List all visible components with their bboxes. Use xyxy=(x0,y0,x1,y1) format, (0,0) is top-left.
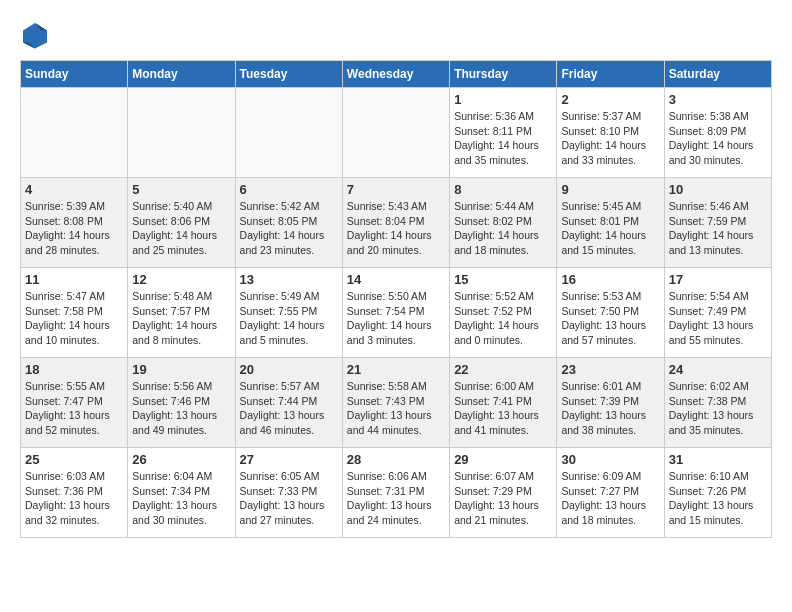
day-number: 30 xyxy=(561,452,659,467)
calendar-cell: 21Sunrise: 5:58 AM Sunset: 7:43 PM Dayli… xyxy=(342,358,449,448)
day-number: 7 xyxy=(347,182,445,197)
day-info: Sunrise: 5:39 AM Sunset: 8:08 PM Dayligh… xyxy=(25,199,123,258)
calendar-week-row: 25Sunrise: 6:03 AM Sunset: 7:36 PM Dayli… xyxy=(21,448,772,538)
page-header xyxy=(20,20,772,50)
day-number: 17 xyxy=(669,272,767,287)
calendar-cell: 31Sunrise: 6:10 AM Sunset: 7:26 PM Dayli… xyxy=(664,448,771,538)
day-number: 26 xyxy=(132,452,230,467)
calendar-week-row: 1Sunrise: 5:36 AM Sunset: 8:11 PM Daylig… xyxy=(21,88,772,178)
day-number: 28 xyxy=(347,452,445,467)
day-info: Sunrise: 6:10 AM Sunset: 7:26 PM Dayligh… xyxy=(669,469,767,528)
calendar-cell: 10Sunrise: 5:46 AM Sunset: 7:59 PM Dayli… xyxy=(664,178,771,268)
calendar-cell: 30Sunrise: 6:09 AM Sunset: 7:27 PM Dayli… xyxy=(557,448,664,538)
day-info: Sunrise: 6:06 AM Sunset: 7:31 PM Dayligh… xyxy=(347,469,445,528)
calendar-cell: 27Sunrise: 6:05 AM Sunset: 7:33 PM Dayli… xyxy=(235,448,342,538)
day-number: 9 xyxy=(561,182,659,197)
day-info: Sunrise: 5:38 AM Sunset: 8:09 PM Dayligh… xyxy=(669,109,767,168)
svg-marker-0 xyxy=(23,23,47,49)
calendar-cell: 8Sunrise: 5:44 AM Sunset: 8:02 PM Daylig… xyxy=(450,178,557,268)
calendar-cell xyxy=(21,88,128,178)
weekday-header-saturday: Saturday xyxy=(664,61,771,88)
day-info: Sunrise: 5:49 AM Sunset: 7:55 PM Dayligh… xyxy=(240,289,338,348)
calendar-cell: 3Sunrise: 5:38 AM Sunset: 8:09 PM Daylig… xyxy=(664,88,771,178)
calendar-week-row: 18Sunrise: 5:55 AM Sunset: 7:47 PM Dayli… xyxy=(21,358,772,448)
day-info: Sunrise: 5:53 AM Sunset: 7:50 PM Dayligh… xyxy=(561,289,659,348)
calendar-week-row: 11Sunrise: 5:47 AM Sunset: 7:58 PM Dayli… xyxy=(21,268,772,358)
calendar-cell: 23Sunrise: 6:01 AM Sunset: 7:39 PM Dayli… xyxy=(557,358,664,448)
calendar-cell: 13Sunrise: 5:49 AM Sunset: 7:55 PM Dayli… xyxy=(235,268,342,358)
day-info: Sunrise: 5:45 AM Sunset: 8:01 PM Dayligh… xyxy=(561,199,659,258)
day-number: 11 xyxy=(25,272,123,287)
day-info: Sunrise: 5:58 AM Sunset: 7:43 PM Dayligh… xyxy=(347,379,445,438)
day-number: 16 xyxy=(561,272,659,287)
calendar-cell: 25Sunrise: 6:03 AM Sunset: 7:36 PM Dayli… xyxy=(21,448,128,538)
day-number: 22 xyxy=(454,362,552,377)
day-info: Sunrise: 5:40 AM Sunset: 8:06 PM Dayligh… xyxy=(132,199,230,258)
day-number: 14 xyxy=(347,272,445,287)
weekday-header-monday: Monday xyxy=(128,61,235,88)
day-number: 20 xyxy=(240,362,338,377)
calendar-cell: 9Sunrise: 5:45 AM Sunset: 8:01 PM Daylig… xyxy=(557,178,664,268)
day-number: 19 xyxy=(132,362,230,377)
day-info: Sunrise: 5:54 AM Sunset: 7:49 PM Dayligh… xyxy=(669,289,767,348)
calendar-cell: 15Sunrise: 5:52 AM Sunset: 7:52 PM Dayli… xyxy=(450,268,557,358)
day-number: 1 xyxy=(454,92,552,107)
day-number: 24 xyxy=(669,362,767,377)
calendar-cell xyxy=(128,88,235,178)
day-info: Sunrise: 5:47 AM Sunset: 7:58 PM Dayligh… xyxy=(25,289,123,348)
calendar-cell: 18Sunrise: 5:55 AM Sunset: 7:47 PM Dayli… xyxy=(21,358,128,448)
day-info: Sunrise: 5:37 AM Sunset: 8:10 PM Dayligh… xyxy=(561,109,659,168)
calendar-cell: 19Sunrise: 5:56 AM Sunset: 7:46 PM Dayli… xyxy=(128,358,235,448)
day-number: 8 xyxy=(454,182,552,197)
weekday-header-tuesday: Tuesday xyxy=(235,61,342,88)
weekday-header-thursday: Thursday xyxy=(450,61,557,88)
day-number: 31 xyxy=(669,452,767,467)
day-info: Sunrise: 5:55 AM Sunset: 7:47 PM Dayligh… xyxy=(25,379,123,438)
day-number: 10 xyxy=(669,182,767,197)
logo-icon xyxy=(20,20,50,50)
day-number: 18 xyxy=(25,362,123,377)
calendar-cell: 4Sunrise: 5:39 AM Sunset: 8:08 PM Daylig… xyxy=(21,178,128,268)
day-info: Sunrise: 5:44 AM Sunset: 8:02 PM Dayligh… xyxy=(454,199,552,258)
calendar-cell: 29Sunrise: 6:07 AM Sunset: 7:29 PM Dayli… xyxy=(450,448,557,538)
calendar-cell xyxy=(235,88,342,178)
calendar-cell: 16Sunrise: 5:53 AM Sunset: 7:50 PM Dayli… xyxy=(557,268,664,358)
weekday-header-sunday: Sunday xyxy=(21,61,128,88)
calendar-cell: 26Sunrise: 6:04 AM Sunset: 7:34 PM Dayli… xyxy=(128,448,235,538)
day-info: Sunrise: 6:04 AM Sunset: 7:34 PM Dayligh… xyxy=(132,469,230,528)
day-info: Sunrise: 6:02 AM Sunset: 7:38 PM Dayligh… xyxy=(669,379,767,438)
day-info: Sunrise: 6:00 AM Sunset: 7:41 PM Dayligh… xyxy=(454,379,552,438)
day-info: Sunrise: 5:57 AM Sunset: 7:44 PM Dayligh… xyxy=(240,379,338,438)
day-number: 13 xyxy=(240,272,338,287)
day-number: 2 xyxy=(561,92,659,107)
logo xyxy=(20,20,54,50)
calendar-table: SundayMondayTuesdayWednesdayThursdayFrid… xyxy=(20,60,772,538)
day-info: Sunrise: 5:48 AM Sunset: 7:57 PM Dayligh… xyxy=(132,289,230,348)
day-number: 25 xyxy=(25,452,123,467)
calendar-cell: 22Sunrise: 6:00 AM Sunset: 7:41 PM Dayli… xyxy=(450,358,557,448)
calendar-cell: 20Sunrise: 5:57 AM Sunset: 7:44 PM Dayli… xyxy=(235,358,342,448)
day-number: 23 xyxy=(561,362,659,377)
day-info: Sunrise: 6:03 AM Sunset: 7:36 PM Dayligh… xyxy=(25,469,123,528)
calendar-cell: 5Sunrise: 5:40 AM Sunset: 8:06 PM Daylig… xyxy=(128,178,235,268)
day-number: 5 xyxy=(132,182,230,197)
day-number: 15 xyxy=(454,272,552,287)
day-info: Sunrise: 5:50 AM Sunset: 7:54 PM Dayligh… xyxy=(347,289,445,348)
calendar-cell: 24Sunrise: 6:02 AM Sunset: 7:38 PM Dayli… xyxy=(664,358,771,448)
day-number: 29 xyxy=(454,452,552,467)
day-info: Sunrise: 5:46 AM Sunset: 7:59 PM Dayligh… xyxy=(669,199,767,258)
calendar-cell: 7Sunrise: 5:43 AM Sunset: 8:04 PM Daylig… xyxy=(342,178,449,268)
day-info: Sunrise: 5:36 AM Sunset: 8:11 PM Dayligh… xyxy=(454,109,552,168)
calendar-cell: 6Sunrise: 5:42 AM Sunset: 8:05 PM Daylig… xyxy=(235,178,342,268)
day-number: 4 xyxy=(25,182,123,197)
calendar-cell: 1Sunrise: 5:36 AM Sunset: 8:11 PM Daylig… xyxy=(450,88,557,178)
calendar-cell: 12Sunrise: 5:48 AM Sunset: 7:57 PM Dayli… xyxy=(128,268,235,358)
day-info: Sunrise: 6:09 AM Sunset: 7:27 PM Dayligh… xyxy=(561,469,659,528)
calendar-cell: 2Sunrise: 5:37 AM Sunset: 8:10 PM Daylig… xyxy=(557,88,664,178)
day-number: 6 xyxy=(240,182,338,197)
day-info: Sunrise: 6:01 AM Sunset: 7:39 PM Dayligh… xyxy=(561,379,659,438)
day-info: Sunrise: 5:56 AM Sunset: 7:46 PM Dayligh… xyxy=(132,379,230,438)
calendar-cell: 28Sunrise: 6:06 AM Sunset: 7:31 PM Dayli… xyxy=(342,448,449,538)
day-number: 12 xyxy=(132,272,230,287)
day-info: Sunrise: 6:07 AM Sunset: 7:29 PM Dayligh… xyxy=(454,469,552,528)
